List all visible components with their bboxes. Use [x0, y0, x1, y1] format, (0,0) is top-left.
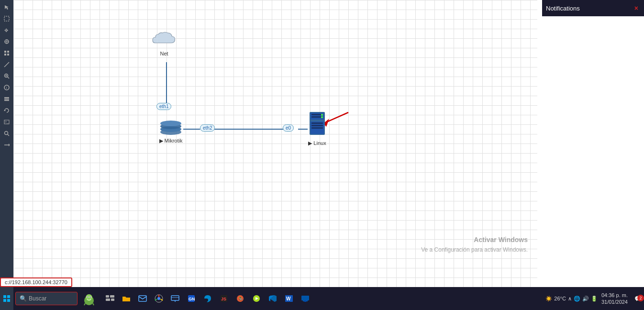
svg-rect-62 [139, 296, 146, 301]
svg-rect-48 [3, 299, 6, 302]
svg-rect-17 [4, 99, 9, 100]
sidebar-item-node[interactable] [1, 36, 12, 47]
e0-badge[interactable]: e0 [283, 124, 294, 132]
svg-rect-81 [301, 296, 309, 300]
cloud-icon [150, 29, 178, 48]
svg-point-51 [86, 294, 92, 301]
svg-point-55 [90, 297, 91, 298]
server-label: ▶ Linux [308, 140, 327, 146]
file-explorer-icon[interactable] [119, 291, 134, 306]
chrome-icon[interactable] [151, 291, 167, 306]
svg-marker-25 [9, 144, 10, 146]
cloud-label: Net [150, 51, 178, 56]
clock-time: 04:36 p. m. [601, 292, 628, 299]
sidebar-item-cursor[interactable] [1, 2, 12, 12]
sidebar-item-grid[interactable] [1, 48, 12, 58]
svg-rect-16 [4, 100, 9, 101]
svg-line-56 [84, 303, 85, 305]
svg-point-35 [160, 121, 181, 126]
tray-chevron-icon[interactable]: ∧ [568, 296, 572, 302]
svg-marker-19 [4, 110, 6, 111]
svg-line-67 [161, 299, 163, 300]
sidebar-item-terminal[interactable]: >_ [1, 117, 12, 127]
svg-point-22 [5, 132, 8, 135]
sidebar-item-info[interactable]: i [1, 82, 12, 93]
email-icon[interactable] [135, 291, 150, 306]
word-icon[interactable]: W [281, 291, 297, 306]
svg-text:>_: >_ [5, 120, 9, 124]
svg-rect-0 [4, 16, 9, 21]
svg-line-66 [155, 299, 157, 300]
svg-rect-18 [4, 97, 9, 98]
sidebar-item-zoom-in[interactable] [1, 71, 12, 81]
ytdl-icon[interactable] [249, 291, 264, 306]
svg-point-45 [321, 116, 323, 118]
svg-rect-46 [3, 295, 6, 298]
taskbar-search-box[interactable]: 🔍 Buscar [15, 292, 78, 305]
svg-rect-41 [311, 122, 323, 124]
clock-date: 31/01/2024 [601, 299, 628, 305]
svg-rect-60 [106, 299, 110, 301]
search-placeholder: Buscar [29, 295, 46, 302]
edge-icon[interactable] [200, 291, 215, 306]
svg-rect-43 [311, 127, 323, 129]
task-view-icon[interactable] [102, 291, 118, 306]
gecko-app-icon[interactable] [80, 290, 98, 307]
notification-center-button[interactable]: 💬 2 [632, 296, 644, 302]
duckduckgo-icon[interactable]: 🦆 [233, 291, 248, 306]
svg-rect-6 [7, 51, 9, 53]
url-status-bar: c://192.168.100.244:32770 [0, 277, 72, 287]
svg-point-44 [321, 114, 323, 116]
sidebar-item-rotate[interactable] [1, 105, 12, 116]
svg-point-64 [157, 297, 160, 300]
sidebar-item-link[interactable] [1, 59, 12, 70]
taskbar-clock[interactable]: 04:36 p. m. 31/01/2024 [601, 292, 632, 306]
network-icon[interactable]: 🌐 [574, 296, 580, 302]
svg-text:W: W [286, 296, 291, 301]
svg-text:JS: JS [221, 297, 226, 301]
canvas-area[interactable]: Net eth1 ▶ Mikrotik eth2 e0 [13, 0, 537, 287]
battery-icon[interactable]: 🔋 [591, 296, 598, 302]
taskbar-app-icons: GN JS 🦆 W [100, 291, 545, 306]
router-node[interactable]: ▶ Mikrotik [158, 119, 183, 144]
sidebar-item-layers[interactable] [1, 94, 12, 104]
svg-rect-8 [7, 54, 9, 55]
svg-rect-83 [304, 300, 306, 302]
windows-icon [3, 295, 11, 302]
svg-line-23 [8, 134, 9, 136]
svg-rect-68 [171, 296, 179, 300]
server-node[interactable]: ▶ Linux [308, 111, 327, 146]
vscode-icon[interactable] [265, 291, 280, 306]
remote-app-icon[interactable] [167, 291, 183, 306]
volume-icon[interactable]: 🔊 [582, 296, 589, 302]
sidebar-item-arrow[interactable] [1, 140, 12, 150]
weather-icon: ☀️ [545, 296, 552, 302]
temperature: 26°C [554, 296, 566, 301]
sidebar: ✥ i >_ [0, 0, 13, 287]
svg-rect-59 [110, 295, 114, 298]
svg-text:✥: ✥ [4, 28, 8, 33]
rdp-icon[interactable] [298, 291, 313, 306]
svg-rect-5 [4, 51, 6, 53]
svg-text:i: i [6, 86, 7, 90]
gecko-icon [81, 291, 97, 306]
sidebar-item-pan[interactable]: ✥ [1, 25, 12, 35]
cloud-node[interactable]: Net [150, 29, 178, 56]
svg-point-54 [87, 297, 88, 298]
eth1-badge[interactable]: eth1 [156, 103, 171, 110]
svg-text:🦆: 🦆 [238, 297, 243, 301]
notifications-close-button[interactable]: × [633, 4, 640, 12]
gns3-icon[interactable]: GN [184, 291, 199, 306]
diagram-connections [13, 0, 537, 287]
eth2-badge[interactable]: eth2 [200, 124, 215, 132]
svg-rect-42 [311, 125, 323, 126]
jetbrains-icon[interactable]: JS [216, 291, 232, 306]
svg-rect-61 [111, 299, 114, 301]
activation-line2: Ve a Configuración para activar Windows. [421, 245, 528, 255]
activation-watermark: Activar Windows Ve a Configuración para … [421, 234, 528, 255]
svg-rect-7 [4, 54, 6, 55]
sidebar-item-search[interactable] [1, 128, 12, 139]
system-tray: ☀️ 26°C ∧ 🌐 🔊 🔋 [545, 296, 601, 302]
sidebar-item-select[interactable] [1, 13, 12, 24]
start-button[interactable] [0, 287, 13, 310]
